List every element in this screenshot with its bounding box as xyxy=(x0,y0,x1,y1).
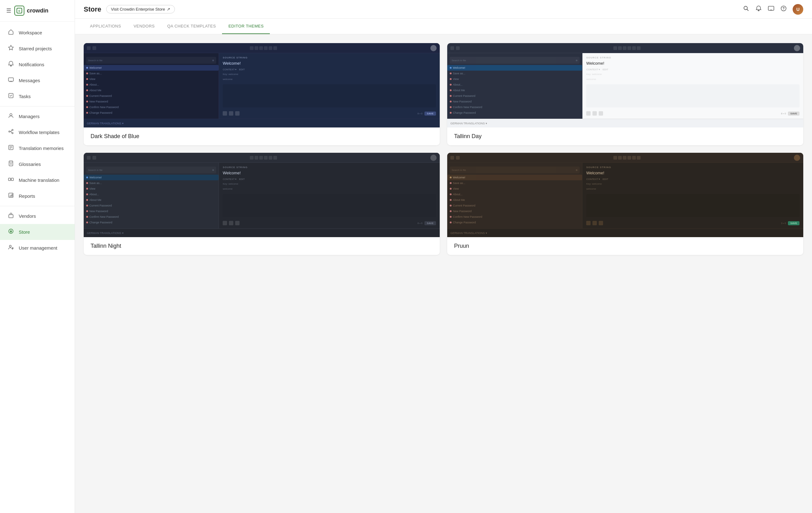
themes-grid: Search in file ⊕ Welcome! Save as... Vie… xyxy=(84,43,803,255)
store-icon xyxy=(7,228,14,236)
sidebar-item-managers[interactable]: Managers xyxy=(0,108,75,124)
sidebar-label-messages: Messages xyxy=(19,78,40,83)
avatar[interactable]: U xyxy=(793,4,803,15)
bell-icon xyxy=(7,61,14,68)
enterprise-store-label: Visit Crowdin Enterprise Store xyxy=(111,7,165,11)
topbar-right: U xyxy=(743,4,803,15)
sidebar-label-vendors: Vendors xyxy=(19,213,36,219)
sidebar-item-translation-memories[interactable]: Translation memories xyxy=(0,140,75,156)
search-icon[interactable] xyxy=(743,5,750,13)
svg-rect-18 xyxy=(10,196,10,197)
theme-card-tallinn-day[interactable]: Search in file ⊕ Welcome! Save as... Vie… xyxy=(447,43,803,145)
home-icon xyxy=(7,29,14,36)
sidebar-item-starred[interactable]: Starred projects xyxy=(0,40,75,57)
sidebar-label-tasks: Tasks xyxy=(19,94,31,99)
tab-editor-themes[interactable]: EDITOR THEMES xyxy=(222,19,270,34)
svg-text:c: c xyxy=(19,9,20,12)
messages-topbar-icon[interactable] xyxy=(767,5,775,13)
sidebar-label-store: Store xyxy=(19,229,30,235)
translation-memories-icon xyxy=(7,144,14,152)
sidebar-item-store[interactable]: Store xyxy=(0,224,75,240)
vendors-icon xyxy=(7,212,14,220)
sidebar: ☰ c crowdin Workspace Starred projects xyxy=(0,0,75,513)
topbar: Store Visit Crowdin Enterprise Store ↗ U xyxy=(75,0,812,19)
user-management-icon xyxy=(7,244,14,252)
sidebar-label-glossaries: Glossaries xyxy=(19,162,41,167)
sidebar-item-tasks[interactable]: Tasks xyxy=(0,88,75,104)
sidebar-label-machine-translation: Machine translation xyxy=(19,177,59,183)
logo-text: crowdin xyxy=(27,7,49,14)
external-link-icon: ↗ xyxy=(167,7,170,11)
glossaries-icon xyxy=(7,160,14,168)
managers-icon xyxy=(7,112,14,120)
theme-name-pruun: Pruun xyxy=(447,237,803,255)
logo-wrap: c crowdin xyxy=(14,6,49,16)
svg-point-6 xyxy=(12,129,13,131)
tabs-bar: APPLICATIONS VENDORS QA CHECK TEMPLATES … xyxy=(75,19,812,34)
svg-point-7 xyxy=(12,133,13,134)
svg-point-24 xyxy=(744,6,747,10)
logo-icon: c xyxy=(14,6,24,16)
sidebar-label-reports: Reports xyxy=(19,193,35,199)
tasks-icon xyxy=(7,92,14,100)
workflow-icon xyxy=(7,129,14,136)
tab-applications[interactable]: APPLICATIONS xyxy=(84,19,127,34)
sidebar-item-notifications[interactable]: Notifications xyxy=(0,57,75,73)
svg-point-5 xyxy=(9,131,10,132)
sidebar-item-glossaries[interactable]: Glossaries xyxy=(0,156,75,172)
sidebar-item-vendors[interactable]: Vendors xyxy=(0,208,75,224)
sidebar-label-managers: Managers xyxy=(19,114,40,119)
reports-icon xyxy=(7,192,14,200)
svg-rect-21 xyxy=(9,215,13,218)
theme-card-pruun[interactable]: Search in file ⊕ Welcome! Save as... Vie… xyxy=(447,153,803,255)
nav-divider-1 xyxy=(0,106,75,107)
sidebar-item-user-management[interactable]: User management xyxy=(0,240,75,256)
svg-point-27 xyxy=(783,10,784,10)
sidebar-header: ☰ c crowdin xyxy=(0,0,75,22)
svg-rect-16 xyxy=(11,178,13,180)
theme-card-dark-shade-blue[interactable]: Search in file ⊕ Welcome! Save as... Vie… xyxy=(84,43,440,145)
sidebar-label-workspace: Workspace xyxy=(19,30,42,35)
nav-divider-2 xyxy=(0,206,75,206)
help-icon[interactable] xyxy=(780,5,787,13)
sidebar-item-messages[interactable]: Messages xyxy=(0,73,75,88)
star-icon xyxy=(7,45,14,53)
theme-preview-dark-shade-blue: Search in file ⊕ Welcome! Save as... Vie… xyxy=(84,43,440,127)
theme-preview-pruun: Search in file ⊕ Welcome! Save as... Vie… xyxy=(447,153,803,237)
svg-rect-20 xyxy=(12,194,12,197)
svg-point-23 xyxy=(9,245,11,247)
sidebar-navigation: Workspace Starred projects Notifications… xyxy=(0,22,75,513)
content-area: Search in file ⊕ Welcome! Save as... Vie… xyxy=(75,34,812,513)
sidebar-label-translation-memories: Translation memories xyxy=(19,146,64,151)
notifications-icon[interactable] xyxy=(755,5,762,13)
messages-icon xyxy=(7,77,14,84)
sidebar-item-machine-translation[interactable]: Machine translation xyxy=(0,172,75,188)
svg-rect-2 xyxy=(8,78,13,81)
page-title: Store xyxy=(84,5,101,13)
sidebar-label-workflow: Workflow templates xyxy=(19,130,60,135)
tab-vendors[interactable]: VENDORS xyxy=(127,19,161,34)
svg-rect-19 xyxy=(11,195,11,197)
theme-name-tallinn-night: Tallinn Night xyxy=(84,237,440,255)
topbar-left: Store Visit Crowdin Enterprise Store ↗ xyxy=(84,5,175,13)
theme-preview-tallinn-night: Search in file ⊕ Welcome! Save as... Vie… xyxy=(84,153,440,237)
sidebar-label-starred: Starred projects xyxy=(19,46,52,51)
tab-qa-check[interactable]: QA CHECK TEMPLATES xyxy=(161,19,222,34)
sidebar-label-user-management: User management xyxy=(19,245,57,251)
theme-preview-tallinn-day: Search in file ⊕ Welcome! Save as... Vie… xyxy=(447,43,803,127)
sidebar-item-workflow[interactable]: Workflow templates xyxy=(0,124,75,140)
svg-rect-15 xyxy=(8,178,10,180)
sidebar-label-notifications: Notifications xyxy=(19,62,45,67)
main-area: Store Visit Crowdin Enterprise Store ↗ U… xyxy=(75,0,812,513)
theme-card-tallinn-night[interactable]: Search in file ⊕ Welcome! Save as... Vie… xyxy=(84,153,440,255)
svg-point-4 xyxy=(10,114,12,116)
hamburger-icon[interactable]: ☰ xyxy=(6,7,11,14)
machine-translation-icon xyxy=(7,176,14,184)
theme-name-tallinn-day: Tallinn Day xyxy=(447,127,803,145)
theme-name-dark-shade-blue: Dark Shade of Blue xyxy=(84,127,440,145)
sidebar-item-reports[interactable]: Reports xyxy=(0,188,75,204)
enterprise-store-button[interactable]: Visit Crowdin Enterprise Store ↗ xyxy=(106,5,175,13)
sidebar-item-workspace[interactable]: Workspace xyxy=(0,25,75,40)
